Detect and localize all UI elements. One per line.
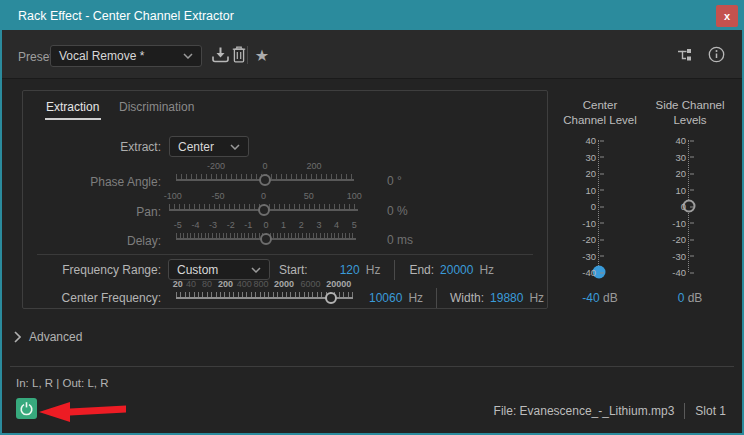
center-frequency-unit: Hz [408, 291, 423, 305]
tick-label: 0 [681, 201, 686, 212]
tick-label: 40 [186, 279, 196, 289]
start-unit: Hz [366, 263, 381, 277]
tick-label: -30 [582, 250, 596, 261]
phase-angle-thumb[interactable] [259, 174, 271, 186]
channel-map-button[interactable] [674, 46, 694, 66]
side-title-line1: Side Channel [644, 98, 736, 113]
delay-value: 0 ms [387, 233, 413, 247]
side-channel-levels-meter[interactable]: 403020100-10-20-30-40 [648, 140, 708, 272]
frequency-range-dropdown[interactable]: Custom [168, 259, 270, 280]
center-meter-track[interactable] [598, 140, 599, 272]
center-frequency-label: Center Frequency: [62, 287, 161, 309]
extract-dropdown[interactable]: Center [169, 136, 249, 157]
tick-label: -10 [582, 217, 596, 228]
tick-label: -20 [582, 234, 596, 245]
delay-ticks: -5-4-3-2-1012345 [176, 220, 356, 231]
tick-label: -20 [672, 234, 686, 245]
delay-thumb[interactable] [260, 233, 272, 245]
tick-label: 0 [591, 201, 596, 212]
advanced-toggle[interactable]: Advanced [14, 330, 82, 344]
active-tab-underline [45, 118, 101, 120]
tick-label: -5 [174, 220, 182, 230]
tick-label: -40 [582, 267, 596, 278]
extract-value: Center [178, 140, 214, 154]
tick-label: -1 [244, 220, 252, 230]
tick-label: 20000 [326, 279, 351, 289]
tick-label: 2000 [274, 279, 294, 289]
tick-label: -10 [672, 217, 686, 228]
tick-label: 800 [253, 279, 268, 289]
tick-label: -40 [672, 267, 686, 278]
center-frequency-slider[interactable]: 2040802004008002000600020000 [176, 279, 353, 305]
favorite-button[interactable]: ★ [252, 46, 272, 66]
presets-dropdown[interactable]: Vocal Remove * [50, 45, 202, 67]
tab-extraction[interactable]: Extraction [46, 100, 99, 114]
toolbar-separator [247, 46, 248, 64]
star-icon: ★ [255, 46, 269, 66]
start-value[interactable]: 120 [340, 263, 360, 277]
tick-label: -50 [212, 191, 225, 201]
rack-effect-dialog: Rack Effect - Center Channel Extractor x… [0, 0, 744, 435]
start-label: Start: [279, 263, 308, 277]
tick-label: -2 [227, 220, 235, 230]
window-title: Rack Effect - Center Channel Extractor [18, 2, 234, 30]
effect-power-button[interactable] [16, 398, 37, 419]
center-frequency-values: 10060 Hz Width: 19880 Hz [369, 287, 544, 309]
tick-label: 400 [237, 279, 252, 289]
center-db-value[interactable]: -40 [582, 291, 599, 305]
center-title-line2: Channel Level [554, 113, 646, 128]
presets-row: Presets: Vocal Remove * [2, 30, 742, 78]
pan-slider[interactable]: -100-50050100 [169, 191, 358, 217]
close-button[interactable]: x [716, 5, 738, 27]
value-separator [436, 288, 437, 308]
center-frequency-ticks: 2040802004008002000600020000 [176, 279, 353, 290]
width-value[interactable]: 19880 [490, 291, 523, 305]
tick-label: 10 [585, 184, 596, 195]
save-icon [212, 47, 229, 66]
titlebar[interactable]: Rack Effect - Center Channel Extractor x [2, 2, 742, 30]
tick-label: 100 [347, 191, 362, 201]
info-button[interactable] [706, 46, 726, 66]
chevron-right-icon [14, 331, 21, 343]
annotation-arrow [36, 399, 128, 428]
tick-label: 4 [334, 220, 339, 230]
side-db-value[interactable]: 0 [678, 291, 685, 305]
center-frequency-value[interactable]: 10060 [369, 291, 402, 305]
file-info: File: Evanescence_-_Lithium.mp3 Slot 1 [494, 402, 726, 420]
tick-label: 30 [585, 151, 596, 162]
frequency-range-value: Custom [177, 263, 218, 277]
end-unit: Hz [479, 263, 494, 277]
tick-label: 0 [262, 161, 267, 171]
tick-label: 5 [352, 220, 357, 230]
info-icon [708, 46, 725, 66]
tick-label: 20 [585, 168, 596, 179]
tick-label: 40 [585, 135, 596, 146]
chevron-down-icon [230, 144, 240, 150]
footer-divider [10, 366, 734, 367]
tick-label: 80 [202, 279, 212, 289]
tick-label: 1 [281, 220, 286, 230]
center-channel-level-meter[interactable]: 403020100-10-20-30-40 [558, 140, 618, 272]
io-channels-text: In: L, R | Out: L, R [16, 377, 108, 389]
center-title-line1: Center [554, 98, 646, 113]
end-label: End: [409, 263, 434, 277]
pan-thumb[interactable] [258, 204, 270, 216]
delay-slider[interactable]: -5-4-3-2-1012345 [176, 220, 356, 246]
side-channel-levels-title: Side Channel Levels [644, 98, 736, 128]
phase-angle-slider[interactable]: -2000200 [176, 161, 354, 187]
tab-discrimination[interactable]: Discrimination [119, 100, 194, 114]
center-channel-level-title: Center Channel Level [554, 98, 646, 128]
file-name-text: File: Evanescence_-_Lithium.mp3 [494, 404, 675, 418]
delete-preset-button[interactable] [229, 46, 249, 66]
side-title-line2: Levels [644, 113, 736, 128]
center-frequency-thumb[interactable] [325, 292, 337, 304]
tick-label: -30 [672, 250, 686, 261]
side-meter-value: 0 dB [644, 291, 736, 305]
extraction-panel: Extraction Discrimination Extract: Cente… [22, 90, 548, 309]
routing-icon [677, 48, 692, 65]
chevron-down-icon [183, 53, 193, 59]
save-preset-button[interactable] [210, 46, 230, 66]
end-value[interactable]: 20000 [440, 263, 473, 277]
pan-ticks: -100-50050100 [169, 191, 358, 202]
value-separator [394, 260, 395, 280]
